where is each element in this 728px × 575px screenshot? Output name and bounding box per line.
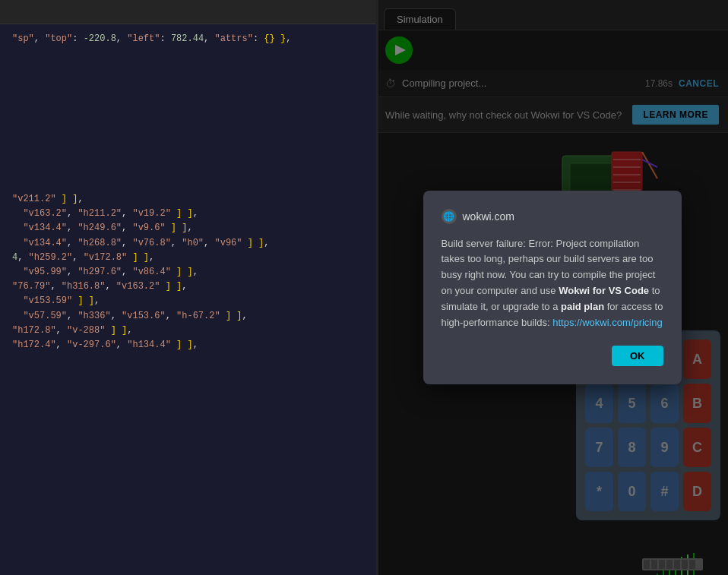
code-line-9: "v153.59" ] ], — [12, 294, 364, 308]
code-line-11: "h172.8", "v-288" ] ], — [12, 324, 364, 338]
code-line-gap3 — [12, 76, 364, 90]
code-line-12: "h172.4", "v-297.6", "h134.4" ] ], — [12, 338, 364, 352]
code-line-5: "v134.4", "h268.8", "v76.8", "h0", "v96"… — [12, 236, 364, 251]
code-line-gap8 — [12, 149, 364, 163]
code-line-gap6 — [12, 119, 364, 134]
code-line-10: "v57.59", "h336", "v153.6", "h-67.2" ] ]… — [12, 309, 364, 324]
modal-header: 🌐 wokwi.com — [442, 209, 663, 224]
modal-site-label: wokwi.com — [463, 210, 514, 223]
simulation-panel: Simulation ⏱ Compiling project... 17.86s… — [376, 0, 728, 575]
code-line-gap5 — [12, 105, 364, 119]
code-line-gap2 — [12, 61, 364, 75]
code-line-gap4 — [12, 90, 364, 105]
code-line-gap9 — [12, 163, 364, 178]
ok-button[interactable]: OK — [612, 346, 663, 366]
editor-topbar — [0, 0, 376, 24]
code-line-4: "v134.4", "h249.6", "v9.6" ] ], — [12, 221, 364, 235]
code-content: "sp", "top": -220.8, "left": 782.44, "at… — [0, 24, 376, 360]
code-line-2: "v211.2" ] ], — [12, 192, 364, 207]
code-line-gap7 — [12, 134, 364, 148]
modal-body: Build server failure: Error: Project com… — [442, 236, 663, 331]
code-line-gap10 — [12, 178, 364, 192]
code-line-7: "v95.99", "h297.6", "v86.4" ] ], — [12, 265, 364, 280]
wokwi-globe-icon: 🌐 — [442, 209, 457, 224]
code-line-gap1 — [12, 46, 364, 61]
error-modal: 🌐 wokwi.com Build server failure: Error:… — [423, 191, 682, 385]
modal-overlay: 🌐 wokwi.com Build server failure: Error:… — [376, 0, 728, 575]
code-line-6: 4, "h259.2", "v172.8" ] ], — [12, 251, 364, 265]
code-line-3: "v163.2", "h211.2", "v19.2" ] ], — [12, 207, 364, 221]
modal-footer: OK — [442, 346, 663, 366]
code-line-1: "sp", "top": -220.8, "left": 782.44, "at… — [12, 32, 364, 46]
code-editor: "sp", "top": -220.8, "left": 782.44, "at… — [0, 0, 376, 575]
code-line-8: "76.79", "h316.8", "v163.2" ] ], — [12, 280, 364, 294]
